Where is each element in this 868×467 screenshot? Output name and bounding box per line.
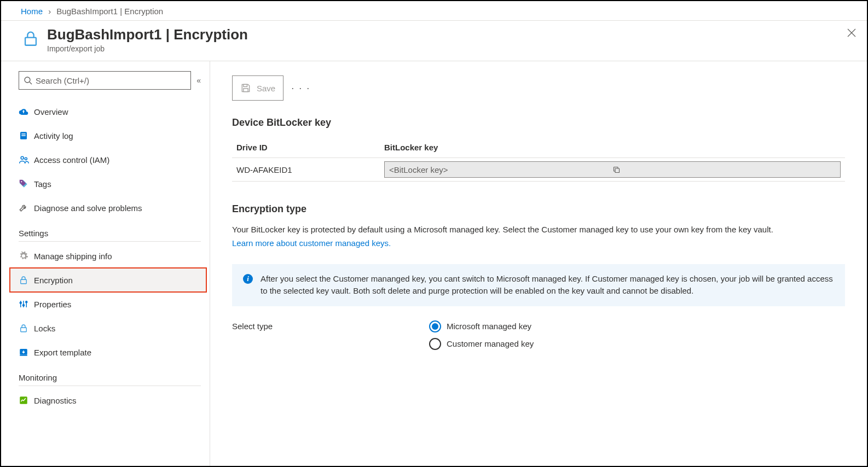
svg-point-15 [20,302,21,303]
bitlocker-key-input[interactable]: <BitLocker key> [384,161,841,178]
svg-point-8 [21,156,24,159]
learn-more-link[interactable]: Learn more about customer managed keys. [232,238,391,248]
section-bitlocker-title: Device BitLocker key [232,117,845,129]
sliders-icon [19,299,34,309]
sidebar-item-shipping[interactable]: Manage shipping info [19,244,201,268]
svg-line-4 [30,82,32,84]
svg-point-3 [25,77,30,83]
sidebar-item-diagnostics[interactable]: Diagnostics [19,388,201,412]
lock-icon [19,323,34,333]
breadcrumb-current: BugBashImport1 | Encryption [56,7,163,16]
col-bitlocker-key: BitLocker key [380,137,845,158]
sidebar: « Overview Activity log Access control (… [1,61,210,466]
search-input[interactable] [19,71,191,90]
lock-icon [19,275,34,285]
bitlocker-table: Drive ID BitLocker key WD-AFAKEID1 <BitL… [232,137,845,182]
radio-customer-managed[interactable]: Customer managed key [429,338,845,350]
tag-icon [19,179,34,189]
sidebar-item-label: Diagnose and solve problems [34,203,142,213]
more-button[interactable]: · · · [291,83,310,94]
svg-point-17 [26,301,27,303]
sidebar-section-settings: Settings [19,229,201,242]
sidebar-item-tags[interactable]: Tags [19,172,201,196]
sidebar-item-export-template[interactable]: Export template [19,340,201,364]
breadcrumb: Home › BugBashImport1 | Encryption [1,1,867,21]
copy-icon[interactable] [612,166,836,174]
sidebar-item-label: Locks [34,324,55,333]
svg-rect-18 [21,328,27,332]
page-subtitle: Import/export job [47,44,248,53]
svg-rect-11 [21,279,27,284]
main-content: Save · · · Device BitLocker key Drive ID… [210,61,867,466]
table-row: WD-AFAKEID1 <BitLocker key> [232,158,845,182]
sidebar-item-label: Manage shipping info [34,252,112,261]
col-drive-id: Drive ID [232,137,380,158]
sidebar-item-locks[interactable]: Locks [19,316,201,340]
chevron-right-icon: › [48,7,51,16]
cloud-icon [19,107,34,116]
people-icon [19,155,34,165]
radio-icon [429,320,441,332]
sidebar-item-diagnose[interactable]: Diagnose and solve problems [19,196,201,220]
info-text: After you select the Customer mananged k… [261,273,834,297]
log-icon [19,131,34,141]
page-header: BugBashImport1 | Encryption Import/expor… [1,21,867,61]
sidebar-item-label: Export template [34,348,91,357]
export-icon [19,347,34,357]
sidebar-item-label: Diagnostics [34,396,77,405]
sidebar-item-overview[interactable]: Overview [19,100,201,124]
lock-icon [21,28,40,48]
svg-rect-0 [25,38,36,45]
svg-point-9 [25,157,27,160]
sidebar-item-label: Overview [34,107,68,116]
encryption-description: Your BitLocker key is protected by defau… [232,224,845,236]
close-icon[interactable] [847,28,856,37]
breadcrumb-home[interactable]: Home [21,7,43,16]
select-type-label: Select type [232,320,429,355]
radio-icon [429,338,441,350]
wrench-icon [19,203,34,213]
svg-rect-24 [615,168,620,173]
sidebar-section-monitoring: Monitoring [19,373,201,386]
gear-icon [19,251,34,261]
sidebar-item-encryption[interactable]: Encryption [10,268,206,292]
info-icon: i [243,274,253,284]
sidebar-item-access-control[interactable]: Access control (IAM) [19,148,201,172]
info-banner: i After you select the Customer mananged… [232,264,845,306]
page-title: BugBashImport1 | Encryption [47,26,248,43]
chart-icon [19,395,34,405]
save-icon [240,83,251,94]
radio-microsoft-managed[interactable]: Microsoft managed key [429,320,845,332]
search-icon [24,76,32,85]
svg-rect-20 [20,355,27,356]
svg-rect-6 [21,133,26,135]
svg-rect-7 [21,135,26,136]
sidebar-item-label: Access control (IAM) [34,155,109,165]
svg-point-10 [21,181,22,182]
sidebar-item-label: Properties [34,300,71,309]
collapse-sidebar-icon[interactable]: « [196,76,201,85]
save-button[interactable]: Save [232,75,283,101]
sidebar-item-label: Activity log [34,131,73,141]
section-encryption-title: Encryption type [232,203,845,215]
toolbar: Save · · · [232,75,845,101]
drive-id-value: WD-AFAKEID1 [232,158,380,182]
sidebar-item-label: Tags [34,179,51,189]
svg-point-16 [23,305,25,306]
sidebar-item-properties[interactable]: Properties [19,292,201,316]
sidebar-item-activity-log[interactable]: Activity log [19,124,201,148]
svg-rect-22 [244,84,247,86]
sidebar-item-label: Encryption [34,276,73,285]
svg-rect-23 [244,89,248,92]
